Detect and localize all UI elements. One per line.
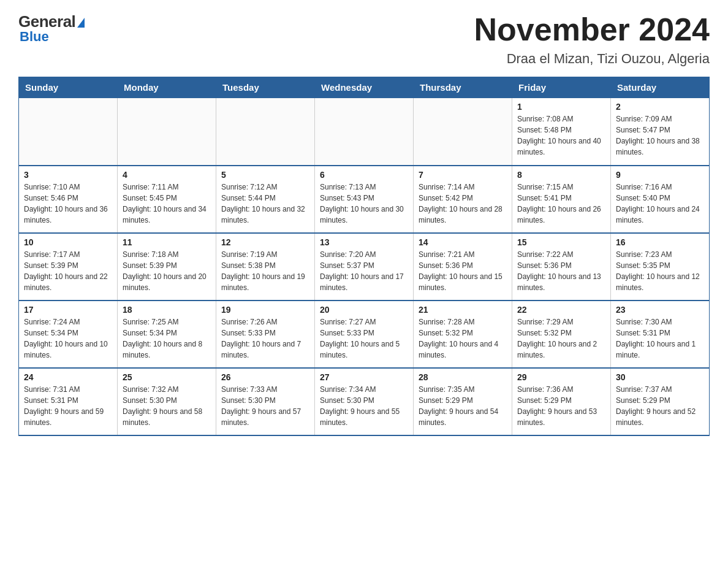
day-number: 23 xyxy=(616,305,704,315)
day-number: 20 xyxy=(320,305,408,315)
day-cell xyxy=(19,98,118,166)
day-info: Sunrise: 7:35 AM Sunset: 5:29 PM Dayligh… xyxy=(419,384,507,428)
day-info: Sunrise: 7:10 AM Sunset: 5:46 PM Dayligh… xyxy=(24,182,112,226)
day-info: Sunrise: 7:16 AM Sunset: 5:40 PM Dayligh… xyxy=(616,182,704,226)
day-info: Sunrise: 7:25 AM Sunset: 5:34 PM Dayligh… xyxy=(123,316,211,361)
header-day-monday: Monday xyxy=(118,77,216,98)
day-number: 8 xyxy=(517,170,605,180)
week-row-0: 1Sunrise: 7:08 AM Sunset: 5:48 PM Daylig… xyxy=(19,98,710,166)
day-info: Sunrise: 7:17 AM Sunset: 5:39 PM Dayligh… xyxy=(24,249,112,293)
day-number: 28 xyxy=(419,372,507,382)
day-number: 16 xyxy=(616,237,704,247)
day-cell: 22Sunrise: 7:29 AM Sunset: 5:32 PM Dayli… xyxy=(512,301,611,368)
week-row-4: 24Sunrise: 7:31 AM Sunset: 5:31 PM Dayli… xyxy=(19,368,710,435)
day-info: Sunrise: 7:26 AM Sunset: 5:33 PM Dayligh… xyxy=(221,316,309,361)
main-title: November 2024 xyxy=(474,12,710,47)
day-cell: 10Sunrise: 7:17 AM Sunset: 5:39 PM Dayli… xyxy=(19,233,118,301)
day-cell: 3Sunrise: 7:10 AM Sunset: 5:46 PM Daylig… xyxy=(19,166,118,233)
day-cell: 21Sunrise: 7:28 AM Sunset: 5:32 PM Dayli… xyxy=(414,301,512,368)
day-cell: 17Sunrise: 7:24 AM Sunset: 5:34 PM Dayli… xyxy=(19,301,118,368)
day-cell: 6Sunrise: 7:13 AM Sunset: 5:43 PM Daylig… xyxy=(315,166,414,233)
week-row-3: 17Sunrise: 7:24 AM Sunset: 5:34 PM Dayli… xyxy=(19,301,710,368)
day-cell xyxy=(216,98,315,166)
day-cell: 19Sunrise: 7:26 AM Sunset: 5:33 PM Dayli… xyxy=(216,301,315,368)
subtitle: Draa el Mizan, Tizi Ouzou, Algeria xyxy=(474,51,710,67)
day-cell: 1Sunrise: 7:08 AM Sunset: 5:48 PM Daylig… xyxy=(512,98,611,166)
day-number: 4 xyxy=(123,170,211,180)
day-info: Sunrise: 7:20 AM Sunset: 5:37 PM Dayligh… xyxy=(320,249,408,293)
day-cell: 13Sunrise: 7:20 AM Sunset: 5:37 PM Dayli… xyxy=(315,233,414,301)
day-info: Sunrise: 7:23 AM Sunset: 5:35 PM Dayligh… xyxy=(616,249,704,293)
title-block: November 2024 Draa el Mizan, Tizi Ouzou,… xyxy=(474,12,710,67)
calendar-header: SundayMondayTuesdayWednesdayThursdayFrid… xyxy=(19,77,710,98)
day-info: Sunrise: 7:14 AM Sunset: 5:42 PM Dayligh… xyxy=(419,182,507,226)
day-number: 21 xyxy=(419,305,507,315)
header-day-saturday: Saturday xyxy=(611,77,710,98)
day-cell: 29Sunrise: 7:36 AM Sunset: 5:29 PM Dayli… xyxy=(512,368,611,435)
day-number: 11 xyxy=(123,237,211,247)
day-cell: 8Sunrise: 7:15 AM Sunset: 5:41 PM Daylig… xyxy=(512,166,611,233)
day-number: 14 xyxy=(419,237,507,247)
day-number: 22 xyxy=(517,305,605,315)
day-info: Sunrise: 7:31 AM Sunset: 5:31 PM Dayligh… xyxy=(24,384,112,428)
day-info: Sunrise: 7:28 AM Sunset: 5:32 PM Dayligh… xyxy=(419,316,507,361)
day-info: Sunrise: 7:09 AM Sunset: 5:47 PM Dayligh… xyxy=(616,113,704,158)
header-day-sunday: Sunday xyxy=(19,77,118,98)
day-info: Sunrise: 7:30 AM Sunset: 5:31 PM Dayligh… xyxy=(616,316,704,361)
day-number: 7 xyxy=(419,170,507,180)
day-cell: 14Sunrise: 7:21 AM Sunset: 5:36 PM Dayli… xyxy=(414,233,512,301)
day-info: Sunrise: 7:15 AM Sunset: 5:41 PM Dayligh… xyxy=(517,182,605,226)
logo-general: General xyxy=(18,12,75,31)
day-cell: 4Sunrise: 7:11 AM Sunset: 5:45 PM Daylig… xyxy=(118,166,216,233)
day-cell: 7Sunrise: 7:14 AM Sunset: 5:42 PM Daylig… xyxy=(414,166,512,233)
day-cell: 15Sunrise: 7:22 AM Sunset: 5:36 PM Dayli… xyxy=(512,233,611,301)
day-number: 9 xyxy=(616,170,704,180)
day-cell: 11Sunrise: 7:18 AM Sunset: 5:39 PM Dayli… xyxy=(118,233,216,301)
day-info: Sunrise: 7:12 AM Sunset: 5:44 PM Dayligh… xyxy=(221,182,309,226)
day-number: 17 xyxy=(24,305,112,315)
day-info: Sunrise: 7:22 AM Sunset: 5:36 PM Dayligh… xyxy=(517,249,605,293)
day-number: 26 xyxy=(221,372,309,382)
day-number: 29 xyxy=(517,372,605,382)
day-info: Sunrise: 7:19 AM Sunset: 5:38 PM Dayligh… xyxy=(221,249,309,293)
day-number: 18 xyxy=(123,305,211,315)
day-cell: 24Sunrise: 7:31 AM Sunset: 5:31 PM Dayli… xyxy=(19,368,118,435)
day-info: Sunrise: 7:29 AM Sunset: 5:32 PM Dayligh… xyxy=(517,316,605,361)
logo-blue: Blue xyxy=(20,29,49,45)
day-info: Sunrise: 7:27 AM Sunset: 5:33 PM Dayligh… xyxy=(320,316,408,361)
day-number: 12 xyxy=(221,237,309,247)
week-row-2: 10Sunrise: 7:17 AM Sunset: 5:39 PM Dayli… xyxy=(19,233,710,301)
day-number: 25 xyxy=(123,372,211,382)
day-number: 15 xyxy=(517,237,605,247)
day-info: Sunrise: 7:18 AM Sunset: 5:39 PM Dayligh… xyxy=(123,249,211,293)
day-info: Sunrise: 7:24 AM Sunset: 5:34 PM Dayligh… xyxy=(24,316,112,361)
day-number: 30 xyxy=(616,372,704,382)
day-number: 1 xyxy=(517,102,605,112)
day-cell: 27Sunrise: 7:34 AM Sunset: 5:30 PM Dayli… xyxy=(315,368,414,435)
day-cell: 18Sunrise: 7:25 AM Sunset: 5:34 PM Dayli… xyxy=(118,301,216,368)
day-info: Sunrise: 7:34 AM Sunset: 5:30 PM Dayligh… xyxy=(320,384,408,428)
day-cell: 30Sunrise: 7:37 AM Sunset: 5:29 PM Dayli… xyxy=(611,368,710,435)
day-cell: 16Sunrise: 7:23 AM Sunset: 5:35 PM Dayli… xyxy=(611,233,710,301)
day-number: 2 xyxy=(616,102,704,112)
logo: General Blue xyxy=(18,12,85,45)
day-cell xyxy=(315,98,414,166)
day-cell: 28Sunrise: 7:35 AM Sunset: 5:29 PM Dayli… xyxy=(414,368,512,435)
day-info: Sunrise: 7:21 AM Sunset: 5:36 PM Dayligh… xyxy=(419,249,507,293)
day-info: Sunrise: 7:32 AM Sunset: 5:30 PM Dayligh… xyxy=(123,384,211,428)
day-number: 6 xyxy=(320,170,408,180)
header-day-wednesday: Wednesday xyxy=(315,77,414,98)
header-day-thursday: Thursday xyxy=(414,77,512,98)
day-info: Sunrise: 7:33 AM Sunset: 5:30 PM Dayligh… xyxy=(221,384,309,428)
logo-triangle-icon xyxy=(77,18,85,28)
page-header: General Blue November 2024 Draa el Mizan… xyxy=(18,12,710,67)
day-info: Sunrise: 7:13 AM Sunset: 5:43 PM Dayligh… xyxy=(320,182,408,226)
day-cell: 2Sunrise: 7:09 AM Sunset: 5:47 PM Daylig… xyxy=(611,98,710,166)
day-number: 27 xyxy=(320,372,408,382)
header-row: SundayMondayTuesdayWednesdayThursdayFrid… xyxy=(19,77,710,98)
day-cell: 23Sunrise: 7:30 AM Sunset: 5:31 PM Dayli… xyxy=(611,301,710,368)
day-cell: 9Sunrise: 7:16 AM Sunset: 5:40 PM Daylig… xyxy=(611,166,710,233)
day-cell: 5Sunrise: 7:12 AM Sunset: 5:44 PM Daylig… xyxy=(216,166,315,233)
day-number: 13 xyxy=(320,237,408,247)
day-number: 19 xyxy=(221,305,309,315)
